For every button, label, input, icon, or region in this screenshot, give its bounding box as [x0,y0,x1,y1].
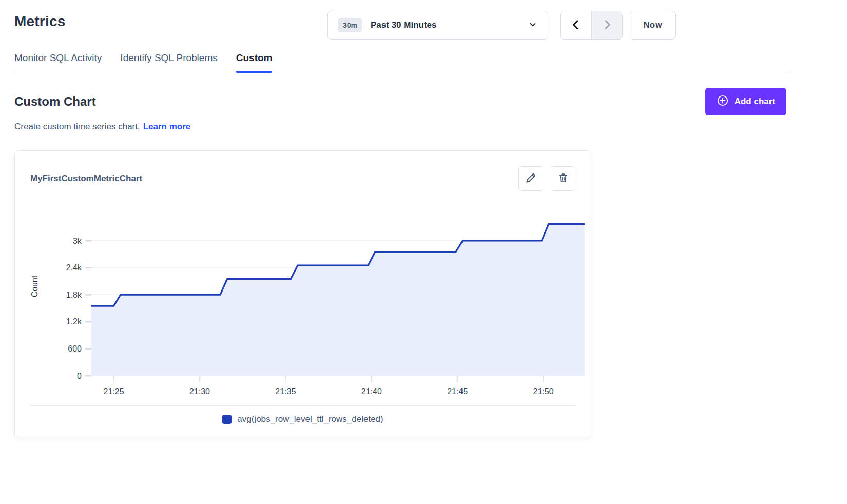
time-next-button[interactable] [591,11,622,39]
svg-text:0: 0 [77,372,82,380]
svg-text:1.2k: 1.2k [66,317,82,326]
chevron-left-icon [570,19,582,32]
chart-actions [518,166,575,191]
plus-circle-icon [717,94,729,109]
metrics-page: Metrics 30m Past 30 Minutes [0,0,847,504]
legend-label: avg(jobs_row_level_ttl_rows_deleted) [237,414,383,424]
tab-bar: Monitor SQL Activity Identify SQL Proble… [14,52,791,72]
delete-chart-button[interactable] [551,166,575,191]
time-range-select[interactable]: 30m Past 30 Minutes [327,11,548,40]
chart-legend: avg(jobs_row_level_ttl_rows_deleted) [15,406,591,438]
section-header: Custom Chart Add chart [14,88,791,115]
svg-text:21:35: 21:35 [275,387,296,396]
chevron-down-icon [528,20,537,31]
svg-text:Count: Count [30,275,39,297]
svg-text:21:45: 21:45 [447,387,468,396]
svg-text:3k: 3k [73,237,82,245]
time-range-label: Past 30 Minutes [371,20,528,30]
svg-text:21:50: 21:50 [533,387,554,396]
timeseries-chart[interactable]: 06001.2k1.8k2.4k3kCount21:2521:3021:3521… [15,200,591,405]
svg-text:1.8k: 1.8k [66,290,82,299]
svg-text:21:25: 21:25 [104,387,124,396]
time-nav-group [560,11,623,40]
chart-title: MyFirstCustomMetricChart [30,173,142,184]
chart-svg[interactable]: 06001.2k1.8k2.4k3kCount21:2521:3021:3521… [15,200,592,405]
now-button[interactable]: Now [630,11,676,40]
tab-identify-sql-problems[interactable]: Identify SQL Problems [120,52,217,72]
section-title: Custom Chart [14,94,96,109]
time-prev-button[interactable] [561,11,591,39]
edit-chart-button[interactable] [518,166,543,191]
section-description: Create custom time series chart.Learn mo… [14,122,791,132]
page-title: Metrics [14,13,65,30]
add-chart-button[interactable]: Add chart [705,88,786,115]
learn-more-link[interactable]: Learn more [143,122,191,131]
pencil-icon [525,172,536,185]
time-range-badge: 30m [338,18,362,32]
chevron-right-icon [602,19,613,32]
trash-icon [557,172,569,185]
svg-text:21:30: 21:30 [189,387,210,396]
svg-text:600: 600 [68,344,82,353]
tab-custom[interactable]: Custom [236,52,273,72]
svg-text:21:40: 21:40 [361,387,382,396]
add-chart-label: Add chart [735,96,775,107]
svg-text:2.4k: 2.4k [66,263,82,272]
custom-chart-card: MyFirstCustomMetricChart 06001.2k [14,150,591,438]
legend-swatch [222,415,232,424]
tab-monitor-sql-activity[interactable]: Monitor SQL Activity [14,52,102,72]
header: Metrics 30m Past 30 Minutes [14,0,791,41]
